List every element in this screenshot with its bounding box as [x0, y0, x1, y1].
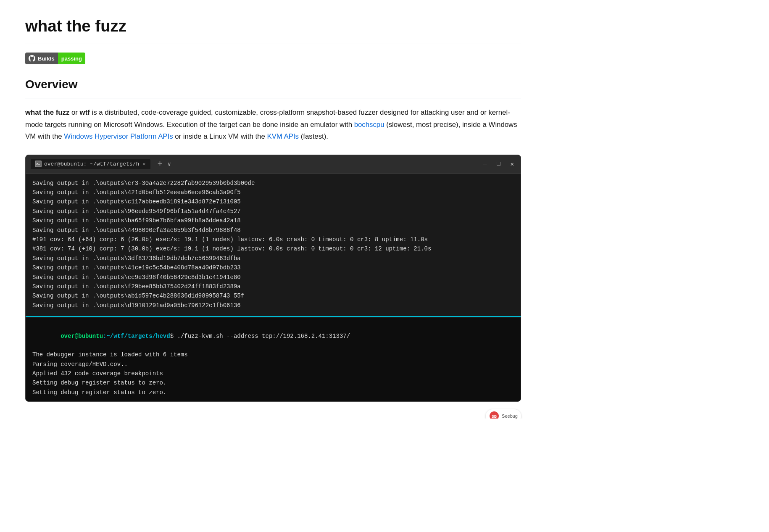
seebug-icon: SB — [489, 411, 499, 419]
terminal-tab-label: over@bubuntu: ~/wtf/targets/h — [44, 161, 139, 167]
badge-label: Builds — [38, 55, 55, 62]
overview-paragraph: what the fuzz or wtf is a distributed, c… — [25, 107, 521, 143]
github-icon — [29, 55, 35, 62]
terminal-window-controls: — □ ✕ — [482, 160, 516, 169]
terminal-tab[interactable]: over@bubuntu: ~/wtf/targets/h ✕ — [31, 159, 150, 169]
terminal-prompt-path: :~/wtf/targets/hevd — [103, 333, 170, 340]
terminal-line-5: Saving output in .\outputs\ba65f99be7b6b… — [32, 216, 514, 225]
page-title: what the fuzz — [25, 17, 521, 35]
terminal-window: over@bubuntu: ~/wtf/targets/h ✕ + ∨ — □ … — [25, 155, 521, 402]
terminal-tab-buttons: + ∨ — [155, 158, 172, 170]
terminal-bottom: over@bubuntu:~/wtf/targets/hevd$ ./fuzz-… — [26, 318, 521, 401]
terminal-line-12: Saving output in .\outputs\f29bee85bb375… — [32, 282, 514, 291]
overview-divider — [25, 98, 521, 98]
terminal-line-1: Saving output in .\outputs\cr3-30a4a2e72… — [32, 179, 514, 188]
terminal-output-4: Setting debug register status to zero. — [32, 378, 514, 387]
badge-status: passing — [58, 53, 85, 64]
seebug-label: Seebug — [502, 413, 518, 419]
terminal-output-5: Setting debug register status to zero. — [32, 388, 514, 397]
bochscpu-link[interactable]: bochscpu — [354, 121, 384, 129]
terminal-output-2: Parsing coverage/HEVD.cov.. — [32, 360, 514, 369]
svg-text:SB: SB — [492, 414, 497, 419]
badge-github-section: Builds — [25, 53, 58, 64]
wtf-bold-1: what the fuzz — [25, 108, 69, 116]
whpa-link[interactable]: Windows Hypervisor Platform APIs — [64, 132, 173, 140]
title-divider — [25, 44, 521, 44]
terminal-line-7: #191 cov: 64 (+64) corp: 6 (26.0b) exec/… — [32, 235, 514, 244]
badge-container: Builds passing — [25, 53, 521, 64]
tab-dropdown-button[interactable]: ∨ — [166, 160, 173, 169]
terminal-section-divider — [26, 316, 521, 317]
overview-heading: Overview — [25, 78, 521, 91]
terminal-line-14: Saving output in .\outputs\d19101291ad9a… — [32, 301, 514, 310]
terminal-line-10: Saving output in .\outputs\41ce19c5c54be… — [32, 263, 514, 272]
seebug-badge: SB Seebug — [486, 409, 521, 419]
terminal-line-9: Saving output in .\outputs\3df83736bd19d… — [32, 254, 514, 263]
kvm-link[interactable]: KVM APIs — [267, 132, 299, 140]
terminal-body: Saving output in .\outputs\cr3-30a4a2e72… — [26, 174, 521, 315]
terminal-prompt-line: over@bubuntu:~/wtf/targets/hevd$ ./fuzz-… — [32, 322, 514, 350]
maximize-button[interactable]: □ — [495, 160, 502, 168]
minimize-button[interactable]: — — [482, 160, 488, 168]
close-button[interactable]: ✕ — [509, 160, 516, 169]
terminal-line-4: Saving output in .\outputs\96eede9549f96… — [32, 207, 514, 216]
builds-badge[interactable]: Builds passing — [25, 53, 85, 64]
new-tab-button[interactable]: + — [155, 158, 164, 170]
terminal-wrapper: over@bubuntu: ~/wtf/targets/h ✕ + ∨ — □ … — [25, 155, 521, 402]
terminal-prompt-user: over@bubuntu — [61, 333, 103, 340]
terminal-line-3: Saving output in .\outputs\c117abbeedb31… — [32, 197, 514, 206]
terminal-line-11: Saving output in .\outputs\cc9e3d98f40b5… — [32, 273, 514, 282]
terminal-line-2: Saving output in .\outputs\421d0befb512e… — [32, 188, 514, 197]
terminal-output-3: Applied 432 code coverage breakpoints — [32, 369, 514, 378]
terminal-line-6: Saving output in .\outputs\4498090efa3ae… — [32, 226, 514, 235]
terminal-close-icon[interactable]: ✕ — [142, 161, 146, 167]
terminal-output-1: The debugger instance is loaded with 6 i… — [32, 350, 514, 359]
terminal-line-13: Saving output in .\outputs\ab1d597ec4b28… — [32, 291, 514, 300]
wtf-bold-2: wtf — [80, 108, 90, 116]
terminal-line-8: #381 cov: 74 (+10) corp: 7 (30.0b) exec/… — [32, 244, 514, 253]
terminal-titlebar: over@bubuntu: ~/wtf/targets/h ✕ + ∨ — □ … — [26, 155, 521, 174]
terminal-prompt-dollar: $ ./fuzz-kvm.sh --address tcp://192.168.… — [170, 333, 350, 340]
terminal-tab-icon — [35, 161, 42, 167]
